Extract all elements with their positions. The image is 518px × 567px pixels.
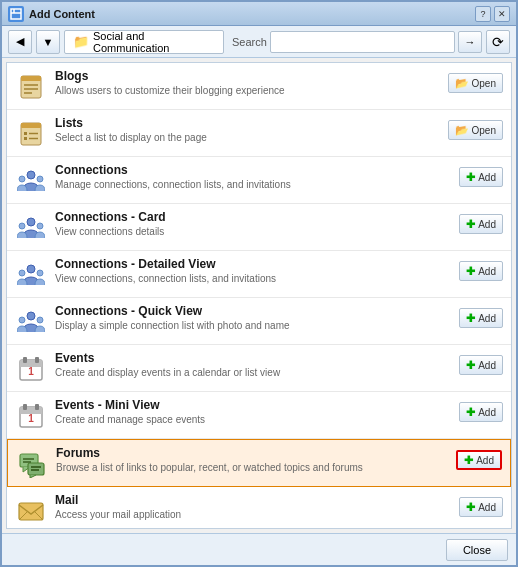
events-icon: 1	[15, 400, 47, 432]
item-title: Connections - Card	[55, 210, 430, 224]
svg-point-21	[19, 270, 25, 276]
add-button[interactable]: ✚Add	[459, 497, 503, 517]
action-label: Add	[478, 313, 496, 324]
add-plus-icon: ✚	[466, 359, 475, 372]
open-button[interactable]: 📂Open	[448, 73, 503, 93]
item-content: Events - Mini ViewCreate and manage spac…	[55, 398, 430, 425]
action-label: Add	[478, 407, 496, 418]
dropdown-icon: ▼	[43, 36, 54, 48]
dropdown-button[interactable]: ▼	[36, 30, 60, 54]
svg-rect-33	[23, 404, 27, 410]
item-action-area: ✚Add	[438, 163, 503, 187]
item-content: Connections - Detailed ViewView connecti…	[55, 257, 430, 284]
back-button[interactable]: ◀	[8, 30, 32, 54]
item-action-area: ✚Add	[438, 493, 503, 517]
footer: Close	[2, 533, 516, 565]
forums-icon	[16, 448, 48, 480]
search-go-button[interactable]: →	[458, 31, 482, 53]
svg-point-17	[27, 218, 35, 226]
svg-point-22	[37, 270, 43, 276]
close-button[interactable]: Close	[446, 539, 508, 561]
toolbar: ◀ ▼ 📁 Social and Communication Search → …	[2, 26, 516, 58]
back-icon: ◀	[16, 35, 24, 48]
action-label: Add	[478, 502, 496, 513]
connections-icon	[15, 259, 47, 291]
list-item[interactable]: Connections - CardView connections detai…	[7, 204, 511, 251]
add-content-window: Add Content ? ✕ ◀ ▼ 📁 Social and Communi…	[0, 0, 518, 567]
go-icon: →	[465, 36, 476, 48]
item-desc: Create and manage space events	[55, 414, 430, 425]
action-label: Open	[472, 125, 496, 136]
list-item[interactable]: MailAccess your mail application✚Add	[7, 487, 511, 529]
item-action-area: ✚Add	[438, 257, 503, 281]
add-button[interactable]: ✚Add	[459, 308, 503, 328]
item-desc: Browse a list of links to popular, recen…	[56, 462, 429, 473]
item-action-area: ✚Add	[437, 446, 502, 470]
refresh-icon: ⟳	[492, 34, 504, 50]
mail-icon	[15, 495, 47, 527]
item-title: Events - Mini View	[55, 398, 430, 412]
item-desc: Allows users to customize their blogging…	[55, 85, 430, 96]
add-plus-icon: ✚	[466, 501, 475, 514]
list-item[interactable]: 1 Events - Mini ViewCreate and manage sp…	[7, 392, 511, 439]
help-button[interactable]: ?	[475, 6, 491, 22]
connections-icon	[15, 306, 47, 338]
list-item[interactable]: BlogsAllows users to customize their blo…	[7, 63, 511, 110]
add-button[interactable]: ✚Add	[459, 402, 503, 422]
item-content: Connections - Quick ViewDisplay a simple…	[55, 304, 430, 331]
add-button[interactable]: ✚Add	[459, 261, 503, 281]
list-item[interactable]: ListsSelect a list to display on the pag…	[7, 110, 511, 157]
item-title: Connections - Quick View	[55, 304, 430, 318]
add-plus-icon: ✚	[466, 218, 475, 231]
action-label: Add	[476, 455, 494, 466]
svg-rect-28	[23, 357, 27, 363]
breadcrumb-text: Social and Communication	[93, 30, 215, 54]
window-close-button[interactable]: ✕	[494, 6, 510, 22]
connections-icon	[15, 165, 47, 197]
folder-open-icon: 📂	[455, 77, 469, 90]
item-desc: Access your mail application	[55, 509, 430, 520]
add-plus-icon: ✚	[464, 454, 473, 467]
svg-rect-9	[21, 123, 41, 128]
svg-rect-42	[19, 503, 43, 520]
item-title: Mail	[55, 493, 430, 507]
list-item[interactable]: Connections - Quick ViewDisplay a simple…	[7, 298, 511, 345]
add-plus-icon: ✚	[466, 406, 475, 419]
action-label: Add	[478, 266, 496, 277]
svg-rect-29	[35, 357, 39, 363]
add-button[interactable]: ✚Add	[456, 450, 502, 470]
svg-rect-37	[28, 463, 44, 475]
window-title: Add Content	[29, 8, 95, 20]
add-button[interactable]: ✚Add	[459, 214, 503, 234]
list-item[interactable]: 1 EventsCreate and display events in a c…	[7, 345, 511, 392]
list-item[interactable]: Connections - Detailed ViewView connecti…	[7, 251, 511, 298]
lists-icon	[15, 118, 47, 150]
svg-point-19	[37, 223, 43, 229]
list-item[interactable]: ForumsBrowse a list of links to popular,…	[7, 439, 511, 487]
item-title: Connections - Detailed View	[55, 257, 430, 271]
svg-point-18	[19, 223, 25, 229]
svg-rect-34	[35, 404, 39, 410]
list-item[interactable]: ConnectionsManage connections, connectio…	[7, 157, 511, 204]
svg-rect-4	[21, 76, 41, 81]
refresh-button[interactable]: ⟳	[486, 30, 510, 54]
action-label: Add	[478, 172, 496, 183]
item-content: ForumsBrowse a list of links to popular,…	[56, 446, 429, 473]
open-button[interactable]: 📂Open	[448, 120, 503, 140]
title-bar: Add Content ? ✕	[2, 2, 516, 26]
add-button[interactable]: ✚Add	[459, 355, 503, 375]
item-content: Connections - CardView connections detai…	[55, 210, 430, 237]
search-input[interactable]	[270, 31, 455, 53]
item-title: Connections	[55, 163, 430, 177]
item-content: ListsSelect a list to display on the pag…	[55, 116, 430, 143]
item-action-area: ✚Add	[438, 351, 503, 375]
item-content: EventsCreate and display events in a cal…	[55, 351, 430, 378]
search-label: Search	[232, 36, 267, 48]
item-desc: View connections, connection lists, and …	[55, 273, 430, 284]
action-label: Add	[478, 219, 496, 230]
add-button[interactable]: ✚Add	[459, 167, 503, 187]
svg-point-25	[37, 317, 43, 323]
svg-rect-12	[24, 137, 27, 140]
svg-point-15	[19, 176, 25, 182]
svg-point-23	[27, 312, 35, 320]
